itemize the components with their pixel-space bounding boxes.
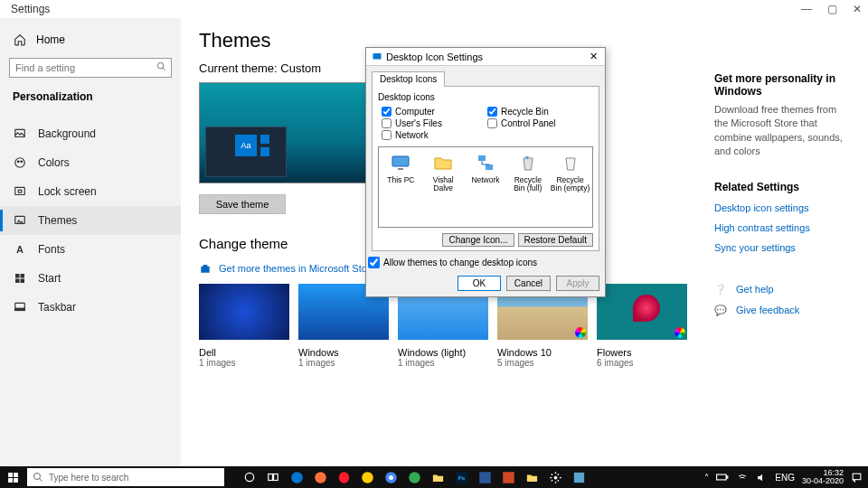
sidebar-item-lockscreen[interactable]: Lock screen (0, 177, 181, 206)
computer-checkbox[interactable]: Computer (382, 106, 487, 117)
svg-point-29 (338, 472, 348, 483)
clock[interactable]: 16:32 30-04-2020 (802, 469, 844, 485)
restore-default-button[interactable]: Restore Default (518, 233, 593, 247)
get-help-link[interactable]: ❔ Get help (714, 284, 850, 296)
icon-label: Network (471, 175, 499, 184)
language-indicator[interactable]: ENG (775, 473, 795, 483)
control-panel-checkbox[interactable]: Control Panel (487, 117, 593, 129)
start-button[interactable] (0, 466, 25, 488)
word-icon[interactable] (476, 468, 494, 486)
dialog-close-button[interactable]: ✕ (587, 51, 599, 62)
taskbar-search[interactable]: Type here to search (27, 468, 224, 486)
volume-icon[interactable] (756, 472, 768, 483)
tray-chevron-icon[interactable]: ˄ (704, 473, 709, 483)
powerpoint-icon[interactable] (499, 468, 517, 486)
network-checkbox[interactable]: Network (382, 129, 487, 141)
svg-rect-10 (15, 279, 20, 284)
settings-icon[interactable] (546, 468, 564, 486)
app-icon[interactable] (405, 468, 423, 486)
multi-wallpaper-icon (675, 327, 685, 338)
theme-count: 1 images (199, 358, 289, 368)
right-heading: Get more personality in Windows (714, 72, 850, 98)
file-explorer-icon[interactable] (429, 468, 447, 486)
sidebar-item-background[interactable]: Background (0, 119, 181, 148)
icon-label: Recycle Bin (empty) (551, 175, 590, 192)
sidebar-item-taskbar[interactable]: Taskbar (0, 293, 181, 322)
svg-rect-39 (573, 472, 583, 482)
icon-item[interactable]: This PC (381, 151, 420, 184)
battery-icon[interactable] (716, 473, 729, 482)
svg-rect-19 (8, 473, 13, 477)
notifications-icon[interactable] (851, 472, 863, 483)
save-theme-button[interactable]: Save theme (199, 194, 286, 214)
photoshop-icon[interactable]: Ps (452, 468, 470, 486)
chrome-canary-icon[interactable] (358, 468, 376, 486)
svg-rect-37 (503, 472, 514, 483)
svg-point-27 (291, 472, 303, 483)
svg-rect-6 (18, 190, 22, 192)
desktop-icon-settings-link[interactable]: Desktop icon settings (714, 202, 850, 213)
theme-card[interactable]: Flowers 6 images (597, 284, 687, 368)
dialog-tab[interactable]: Desktop Icons (372, 71, 445, 87)
users-files-checkbox[interactable]: User's Files (382, 117, 487, 129)
ok-button[interactable]: OK (458, 276, 501, 291)
store-link[interactable]: Get more themes in Microsoft Store (199, 262, 376, 275)
svg-rect-14 (373, 53, 382, 60)
firefox-icon[interactable] (311, 468, 329, 486)
theme-name: Windows (light) (398, 347, 488, 358)
theme-count: 1 images (298, 358, 389, 368)
theme-card[interactable]: Dell 1 images (199, 284, 289, 368)
svg-point-0 (157, 62, 163, 68)
chrome-icon[interactable] (382, 468, 400, 486)
theme-preview[interactable]: Aa (199, 82, 367, 183)
sidebar-item-colors[interactable]: Colors (0, 148, 181, 177)
desktop-icon-settings-dialog: Desktop Icon Settings ✕ Desktop Icons De… (365, 47, 606, 297)
recycle-bin-checkbox[interactable]: Recycle Bin (487, 106, 593, 117)
sync-settings-link[interactable]: Sync your settings (714, 242, 850, 253)
checkbox-label: User's Files (395, 118, 442, 128)
change-icon-button[interactable]: Change Icon... (442, 233, 514, 247)
folder-icon[interactable] (523, 468, 541, 486)
edge-icon[interactable] (288, 468, 306, 486)
icon-item[interactable]: Recycle Bin (full) (508, 151, 548, 193)
close-button[interactable]: ✕ (852, 3, 863, 15)
icon-item[interactable]: Recycle Bin (empty) (551, 151, 590, 193)
cortana-icon[interactable] (241, 468, 259, 486)
icon-item[interactable]: Vishal Dalve (423, 151, 463, 193)
search-input[interactable] (9, 58, 172, 78)
allow-themes-checkbox[interactable]: Allow themes to change desktop icons (368, 257, 605, 268)
app-icon[interactable] (570, 468, 588, 486)
user-folder-icon (431, 151, 455, 174)
high-contrast-link[interactable]: High contrast settings (714, 222, 850, 233)
get-help-label: Get help (736, 284, 774, 295)
svg-rect-22 (14, 478, 18, 483)
opera-icon[interactable] (335, 468, 353, 486)
svg-rect-17 (478, 155, 486, 161)
maximize-button[interactable]: ▢ (826, 3, 837, 15)
cancel-button[interactable]: Cancel (506, 276, 551, 291)
icon-preview-list[interactable]: This PC Vishal Dalve Network Recycle Bin… (378, 146, 593, 228)
start-icon (13, 271, 27, 286)
svg-point-2 (15, 158, 25, 168)
dialog-title: Desktop Icon Settings (386, 52, 483, 62)
icon-item[interactable]: Network (466, 151, 505, 184)
sidebar-item-label: Start (38, 272, 61, 285)
this-pc-icon (389, 151, 412, 174)
preview-tile: Aa (235, 135, 257, 156)
right-column: Get more personality in Windows Download… (714, 72, 850, 325)
apply-button[interactable]: Apply (556, 276, 599, 291)
sidebar-item-fonts[interactable]: A Fonts (0, 235, 181, 264)
category-label: Personalization (0, 83, 181, 110)
theme-name: Windows 10 (497, 347, 588, 358)
lockscreen-icon (13, 184, 27, 199)
theme-thumb (199, 284, 289, 340)
sidebar-item-start[interactable]: Start (0, 264, 181, 293)
minimize-button[interactable]: — (801, 3, 812, 15)
home-nav[interactable]: Home (0, 27, 181, 52)
taskview-icon[interactable] (264, 468, 282, 486)
clock-date: 30-04-2020 (802, 477, 844, 485)
svg-rect-26 (274, 474, 278, 481)
sidebar-item-themes[interactable]: Themes (0, 206, 181, 235)
wifi-icon[interactable] (736, 472, 749, 483)
give-feedback-link[interactable]: 💬 Give feedback (714, 305, 850, 316)
